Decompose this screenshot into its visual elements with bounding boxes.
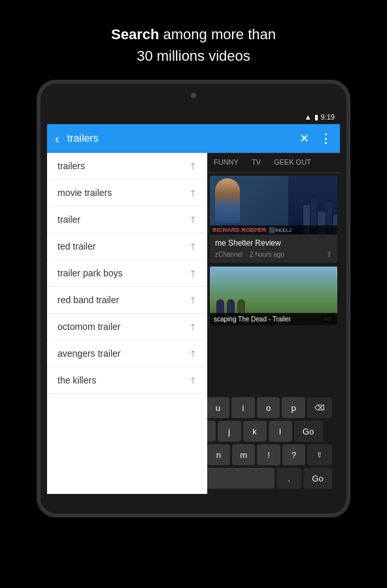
suggestion-item-trailer[interactable]: trailer ↗: [47, 206, 207, 233]
key-n[interactable]: n: [207, 444, 230, 465]
suggestion-item-the-killers[interactable]: the killers ↗: [47, 367, 207, 394]
key-comma[interactable]: ,: [277, 468, 301, 489]
key-p[interactable]: p: [282, 397, 305, 418]
key-go[interactable]: Go: [294, 421, 323, 442]
suggestion-item-octomom-trailer[interactable]: octomom trailer ↗: [47, 314, 207, 340]
clear-button[interactable]: ✕: [297, 129, 312, 148]
header-line1: among more than: [163, 26, 276, 42]
more-button[interactable]: ⋮: [317, 129, 335, 148]
video-dot-1: ·: [245, 251, 247, 258]
news-channel-name: ⬛REELZ: [269, 227, 292, 233]
key-m[interactable]: m: [232, 444, 255, 465]
suggestion-arrow-icon: ↗: [186, 267, 199, 280]
suggestion-arrow-icon: ↗: [186, 240, 199, 253]
tablet-device: ▲ ▮ 9:19 ‹ trailers ✕ ⋮ trailers ↗ movie…: [37, 80, 350, 517]
suggestion-text: trailer: [58, 214, 80, 225]
key-j[interactable]: j: [218, 421, 241, 442]
suggestion-text: octomom trailer: [58, 321, 120, 332]
wifi-icon: ▲: [305, 113, 312, 121]
tablet-camera: [191, 93, 196, 98]
status-time: 9:19: [321, 113, 335, 121]
video-meta-1: zChannel · 2 hours ago ⇪: [215, 250, 332, 259]
key-u[interactable]: u: [207, 397, 230, 418]
video-info-1: me Shelter Review zChannel · 2 hours ago…: [210, 235, 337, 263]
video-card-2[interactable]: HD scaping The Dead - Trailer: [210, 267, 337, 325]
key-exclaim[interactable]: !: [257, 444, 280, 465]
suggestion-item-red-band-trailer[interactable]: red band trailer ↗: [47, 287, 207, 314]
suggestion-arrow-icon: ↗: [186, 347, 199, 360]
suggestion-item-trailers[interactable]: trailers ↗: [47, 153, 207, 180]
suggestion-arrow-icon: ↗: [186, 213, 199, 226]
share-icon[interactable]: ⇪: [326, 250, 332, 259]
search-bar: ‹ trailers ✕ ⋮: [47, 124, 340, 153]
suggestion-item-movie-trailers[interactable]: movie trailers ↗: [47, 180, 207, 206]
header-text: Search among more than 30 millions video…: [39, 24, 348, 67]
video-time-1: 2 hours ago: [250, 251, 284, 258]
tab-tv[interactable]: TV: [245, 153, 267, 172]
suggestion-item-ted-trailer[interactable]: ted trailer ↗: [47, 233, 207, 260]
video-channel-1: zChannel: [215, 251, 243, 258]
bottom-video-title-2: scaping The Dead - Trailer: [210, 313, 337, 325]
suggestion-text: trailers: [58, 161, 85, 171]
key-backspace[interactable]: ⌫: [307, 397, 332, 418]
video-title-1: me Shelter Review: [215, 238, 332, 249]
key-o[interactable]: o: [257, 397, 280, 418]
back-button[interactable]: ‹: [52, 129, 62, 149]
suggestion-arrow-icon: ↗: [186, 186, 199, 199]
key-i[interactable]: i: [231, 397, 255, 418]
suggestion-arrow-icon: ↗: [186, 293, 199, 306]
header-section: Search among more than 30 millions video…: [0, 0, 387, 80]
suggestion-item-avengers-trailer[interactable]: avengers trailer ↗: [47, 340, 207, 367]
suggestion-text: avengers trailer: [58, 348, 121, 359]
tab-bar: FUNNY TV GEEK OUT: [207, 153, 340, 173]
suggestion-text: red band trailer: [58, 295, 119, 305]
status-bar: ▲ ▮ 9:19: [47, 110, 340, 124]
key-shift-right[interactable]: ⇧: [307, 444, 332, 465]
tab-funny[interactable]: FUNNY: [207, 153, 245, 172]
suggestion-arrow-icon: ↗: [186, 374, 199, 387]
key-k[interactable]: k: [243, 421, 267, 442]
suggestion-text: trailer park boys: [58, 268, 123, 278]
header-line2: 30 millions videos: [137, 48, 250, 64]
suggestion-text: ted trailer: [58, 241, 95, 252]
header-bold: Search: [111, 26, 159, 42]
suggestion-text: the killers: [58, 375, 96, 385]
key-go-bottom[interactable]: Go: [303, 468, 332, 489]
key-l[interactable]: l: [269, 421, 292, 442]
suggestions-panel: trailers ↗ movie trailers ↗ trailer ↗ te…: [47, 153, 207, 494]
video-thumbnail-1: RICHARD ROEPER ⬛REELZ: [210, 176, 337, 235]
key-question[interactable]: ?: [282, 444, 305, 465]
video-thumbnail-2: HD scaping The Dead - Trailer: [210, 267, 337, 325]
tab-geek-out[interactable]: GEEK OUT: [267, 153, 318, 172]
suggestion-arrow-icon: ↗: [186, 159, 199, 172]
news-logo: RICHARD ROEPER: [212, 227, 266, 233]
suggestion-arrow-icon: ↗: [186, 320, 199, 333]
battery-icon: ▮: [314, 113, 318, 122]
status-icons: ▲ ▮ 9:19: [305, 113, 335, 122]
tablet-screen: ▲ ▮ 9:19 ‹ trailers ✕ ⋮ trailers ↗ movie…: [47, 110, 340, 494]
suggestion-item-trailer-park-boys[interactable]: trailer park boys ↗: [47, 260, 207, 287]
video-card-1[interactable]: RICHARD ROEPER ⬛REELZ me Shelter Review …: [210, 176, 337, 263]
search-query[interactable]: trailers: [67, 133, 292, 144]
suggestion-text: movie trailers: [58, 188, 112, 198]
